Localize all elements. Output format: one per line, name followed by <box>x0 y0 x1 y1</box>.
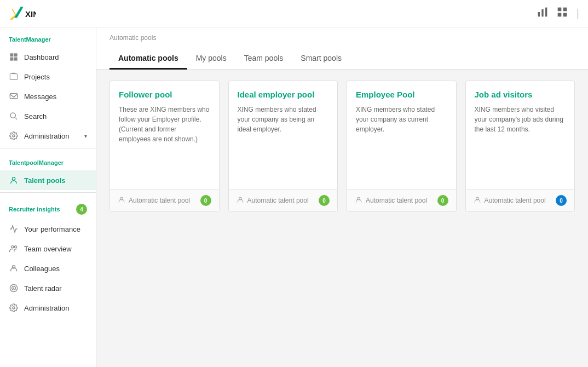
tab-smart-pools[interactable]: Smart pools <box>292 48 350 70</box>
pool-card-ideal-employer[interactable]: Ideal employer pool XING members who sta… <box>228 81 338 212</box>
sidebar-item-your-performance[interactable]: Your performance <box>0 219 96 239</box>
svg-point-22 <box>13 288 14 288</box>
recruiter-insights-title: Recruiter insights <box>9 206 73 213</box>
search-icon <box>9 111 19 121</box>
sidebar-item-team-overview[interactable]: Team overview <box>0 239 96 259</box>
chevron-down-icon: ▾ <box>84 133 87 139</box>
sidebar-divider-2 <box>0 192 96 193</box>
svg-rect-9 <box>14 53 18 56</box>
sidebar-item-colleagues[interactable]: Colleagues <box>0 259 96 278</box>
svg-point-23 <box>13 307 15 309</box>
svg-point-15 <box>13 135 15 137</box>
administration2-label: Administration <box>24 304 69 312</box>
svg-rect-5 <box>563 8 567 12</box>
pool-card-job-ad-title: Job ad visitors <box>475 90 566 99</box>
svg-rect-13 <box>10 94 17 99</box>
analytics-icon[interactable] <box>537 7 548 20</box>
radar-icon <box>9 283 19 293</box>
pool-card-job-ad-footer: Automatic talent pool 0 <box>466 189 575 211</box>
pool-footer-ideal-employer-icon <box>237 196 244 205</box>
pool-card-job-ad[interactable]: Job ad visitors XING members who visited… <box>465 81 575 212</box>
nav-separator: | <box>577 7 579 20</box>
sidebar-item-messages[interactable]: Messages <box>0 87 96 106</box>
svg-rect-8 <box>10 53 13 56</box>
talent-radar-label: Talent radar <box>24 284 62 293</box>
recruiter-insights-section-header: Recruiter insights 4 <box>0 195 96 219</box>
pool-footer-job-ad-icon <box>474 196 481 205</box>
pool-badge-follower: 0 <box>200 195 211 206</box>
pool-card-job-ad-body: Job ad visitors XING members who visited… <box>466 81 575 189</box>
breadcrumb: Automatic pools <box>109 34 575 42</box>
svg-text:XING: XING <box>25 9 36 18</box>
svg-point-14 <box>10 113 15 118</box>
admin2-icon <box>9 303 19 313</box>
talent-pools-label: Talent pools <box>24 176 66 185</box>
messages-label: Messages <box>24 93 56 101</box>
sidebar-item-talent-pools[interactable]: Talent pools <box>0 170 96 190</box>
sidebar-divider-1 <box>0 148 96 148</box>
content-body: Follower pool These are XING members who… <box>96 70 588 223</box>
svg-rect-10 <box>10 58 13 61</box>
pool-card-follower-title: Follower pool <box>119 90 210 99</box>
sidebar-item-talent-radar[interactable]: Talent radar <box>0 278 96 298</box>
pool-footer-job-ad-text: Automatic talent pool <box>485 197 546 204</box>
pool-card-ideal-employer-footer: Automatic talent pool 0 <box>229 189 338 211</box>
pools-grid: Follower pool These are XING members who… <box>109 81 575 212</box>
navbar-left: XING <box>9 6 36 21</box>
pools-icon <box>9 175 19 185</box>
sidebar-item-administration[interactable]: Administration ▾ <box>0 126 96 146</box>
pool-card-employee-desc: XING members who stated your company as … <box>356 105 447 134</box>
pool-footer-follower-text: Automatic talent pool <box>129 197 190 204</box>
sidebar-item-dashboard[interactable]: Dashboard <box>0 47 96 67</box>
search-label: Search <box>24 112 47 121</box>
svg-point-17 <box>11 246 14 248</box>
performance-icon <box>9 224 19 234</box>
svg-point-18 <box>14 246 16 248</box>
sidebar-item-projects[interactable]: Projects <box>0 67 96 87</box>
pool-card-ideal-employer-desc: XING members who stated your company as … <box>238 105 329 134</box>
pool-card-employee-body: Employee Pool XING members who stated yo… <box>347 81 456 189</box>
recruiter-insights-badge: 4 <box>76 204 87 215</box>
team-overview-label: Team overview <box>24 245 72 253</box>
navbar-right: | <box>537 7 579 20</box>
pool-card-ideal-employer-body: Ideal employer pool XING members who sta… <box>229 81 338 189</box>
svg-rect-1 <box>538 12 539 16</box>
content-header: Automatic pools Automatic pools My pools… <box>96 27 588 70</box>
tab-team-pools[interactable]: Team pools <box>235 48 292 70</box>
main-content: Automatic pools Automatic pools My pools… <box>96 27 588 367</box>
svg-rect-4 <box>557 8 561 12</box>
grid-icon[interactable] <box>557 7 568 20</box>
pool-badge-job-ad: 0 <box>556 195 567 206</box>
sidebar-item-administration2[interactable]: Administration <box>0 298 96 318</box>
colleagues-label: Colleagues <box>24 265 60 273</box>
admin-icon <box>9 131 19 141</box>
pool-footer-follower-icon <box>118 196 125 205</box>
talent-manager-section: TalentManager <box>0 27 96 47</box>
pool-badge-ideal-employer: 0 <box>319 195 330 206</box>
pool-footer-ideal-employer-text: Automatic talent pool <box>247 197 309 204</box>
pool-footer-employee-text: Automatic talent pool <box>366 197 427 204</box>
sidebar-item-search[interactable]: Search <box>0 106 96 126</box>
xing-logo[interactable]: XING <box>9 6 36 21</box>
sidebar: TalentManager Dashboard Projects Message… <box>0 27 96 367</box>
pool-card-employee[interactable]: Employee Pool XING members who stated yo… <box>347 81 457 212</box>
dashboard-icon <box>9 52 19 62</box>
administration-label: Administration <box>24 132 69 140</box>
pool-badge-employee: 0 <box>437 195 448 206</box>
messages-icon <box>9 91 19 101</box>
svg-rect-7 <box>563 13 567 17</box>
tab-automatic-pools[interactable]: Automatic pools <box>109 48 187 70</box>
svg-point-16 <box>12 177 15 180</box>
pool-card-follower-footer: Automatic talent pool 0 <box>110 189 219 211</box>
pool-card-follower-body: Follower pool These are XING members who… <box>110 81 219 189</box>
pool-card-job-ad-desc: XING members who visited your company's … <box>475 105 566 134</box>
tab-my-pools[interactable]: My pools <box>187 48 235 70</box>
svg-rect-12 <box>10 74 17 80</box>
pool-card-follower[interactable]: Follower pool These are XING members who… <box>109 81 220 212</box>
projects-label: Projects <box>24 73 50 81</box>
svg-rect-2 <box>541 9 543 16</box>
pool-card-employee-title: Employee Pool <box>356 90 447 99</box>
pool-footer-follower-label: Automatic talent pool <box>118 196 190 205</box>
pool-footer-job-ad-label: Automatic talent pool <box>474 196 546 205</box>
svg-rect-6 <box>557 13 561 17</box>
